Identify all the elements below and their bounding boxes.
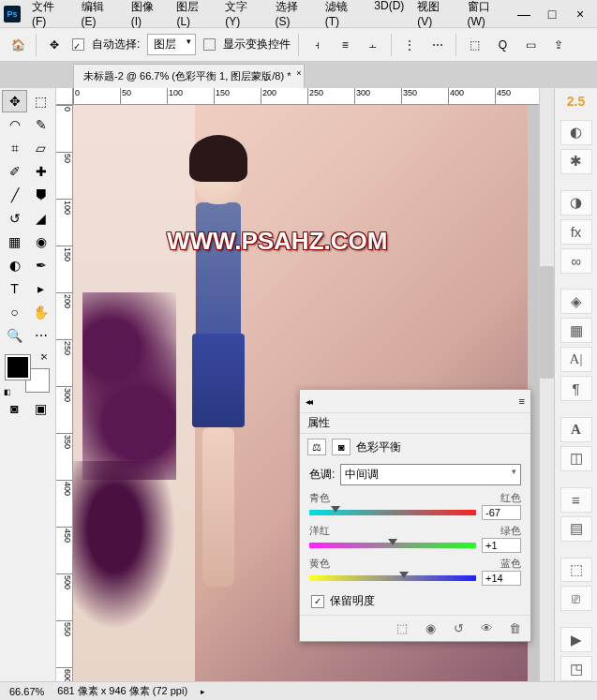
- move-tool-icon[interactable]: ✥: [44, 35, 65, 55]
- eyedropper-tool[interactable]: ✐: [2, 160, 27, 183]
- trash-icon[interactable]: 🗑: [504, 621, 525, 635]
- healing-tool[interactable]: ✚: [28, 160, 53, 183]
- slider-thumb[interactable]: [331, 506, 340, 513]
- slider-value-input[interactable]: +1: [482, 538, 521, 553]
- default-colors-icon[interactable]: ◧: [4, 388, 11, 396]
- slider-value-input[interactable]: -67: [482, 505, 521, 520]
- slider-value-input[interactable]: +14: [482, 571, 521, 586]
- tone-select[interactable]: 中间调 ▾: [340, 464, 521, 485]
- close-button[interactable]: ×: [567, 4, 593, 24]
- share-icon[interactable]: ⇪: [548, 35, 569, 55]
- scrollbar-thumb[interactable]: [540, 266, 554, 379]
- dodge-tool[interactable]: ◐: [2, 254, 27, 276]
- pen-tool[interactable]: ✒: [28, 254, 53, 276]
- balance-icon[interactable]: ⚖: [307, 439, 326, 455]
- align-top-icon[interactable]: ⫞: [306, 35, 327, 55]
- mask-icon[interactable]: ◙: [332, 439, 351, 455]
- ruler-vertical[interactable]: 0 50 100 150 200 250 300 350 400 450 500…: [56, 105, 73, 681]
- character-panel-icon[interactable]: A|: [560, 347, 592, 372]
- ruler-origin[interactable]: [56, 88, 73, 105]
- color-panel-icon[interactable]: ◐: [560, 120, 592, 145]
- zoom-level[interactable]: 66.67%: [9, 686, 44, 697]
- brush-tool[interactable]: ╱: [2, 184, 27, 206]
- screen-mode-tool[interactable]: ▣: [28, 397, 53, 420]
- menu-file[interactable]: 文件(F): [28, 0, 72, 30]
- hand-tool[interactable]: ✋: [28, 301, 53, 323]
- quick-mask-tool[interactable]: ◙: [2, 397, 27, 420]
- panel-menu-icon[interactable]: ≡: [519, 395, 525, 407]
- gradient-tool[interactable]: ▦: [2, 231, 27, 253]
- menu-edit[interactable]: 编辑(E): [78, 0, 122, 30]
- history-brush-tool[interactable]: ↺: [2, 207, 27, 230]
- type-tool[interactable]: T: [2, 277, 27, 300]
- menu-view[interactable]: 视图(V): [413, 0, 457, 30]
- path-select-tool[interactable]: ▸: [28, 277, 53, 300]
- panel-header[interactable]: ◂◂ ≡: [300, 390, 530, 412]
- brushes-panel-icon[interactable]: ⎚: [560, 586, 592, 611]
- eraser-tool[interactable]: ◢: [28, 207, 53, 230]
- menu-image[interactable]: 图像(I): [127, 0, 168, 30]
- menu-window[interactable]: 窗口(W): [464, 0, 511, 30]
- distribute-h-icon[interactable]: ⋮: [399, 35, 420, 55]
- timeline-icon[interactable]: ◳: [560, 656, 592, 681]
- move-tool[interactable]: ✥: [2, 90, 27, 112]
- view-previous-icon[interactable]: ◉: [420, 621, 440, 635]
- paragraph-panel-icon[interactable]: ¶: [560, 376, 592, 401]
- swap-colors-icon[interactable]: ⤪: [40, 351, 48, 362]
- home-icon[interactable]: 🏠: [7, 35, 28, 55]
- styles-panel-icon[interactable]: fx: [560, 219, 592, 245]
- adjustments-panel-icon[interactable]: ◑: [560, 190, 592, 216]
- document-tab[interactable]: 未标题-2 @ 66.7% (色彩平衡 1, 图层蒙版/8) * ×: [73, 64, 305, 88]
- 3d-mode-icon[interactable]: ⬚: [464, 35, 485, 55]
- menu-filter[interactable]: 滤镜(T): [321, 0, 366, 30]
- tool-presets-icon[interactable]: ⬚: [560, 558, 592, 583]
- auto-select-target[interactable]: 图层: [147, 34, 196, 55]
- blur-tool[interactable]: ◉: [28, 231, 53, 253]
- distribute-v-icon[interactable]: ⋯: [427, 35, 448, 55]
- align-bottom-icon[interactable]: ⫠: [363, 35, 383, 55]
- reset-icon[interactable]: ↺: [448, 621, 469, 635]
- workspace-icon[interactable]: ▭: [520, 35, 541, 55]
- swatches-panel-icon[interactable]: ✱: [560, 149, 592, 174]
- links-panel-icon[interactable]: ∞: [560, 248, 592, 274]
- maximize-button[interactable]: □: [539, 4, 565, 24]
- glyphs-panel-icon[interactable]: A: [560, 417, 592, 442]
- actions-panel-icon[interactable]: ≡: [560, 487, 592, 513]
- marquee-tool[interactable]: ⬚: [28, 90, 53, 112]
- document-dimensions[interactable]: 681 像素 x 946 像素 (72 ppi): [57, 684, 187, 698]
- stamp-tool[interactable]: ⛊: [28, 184, 53, 206]
- edit-toolbar[interactable]: ⋯: [28, 324, 53, 347]
- channels-panel-icon[interactable]: ▦: [560, 318, 592, 343]
- align-middle-icon[interactable]: ≡: [335, 35, 355, 55]
- search-icon[interactable]: Q: [492, 35, 513, 55]
- quick-select-tool[interactable]: ✎: [28, 113, 53, 136]
- slider-thumb[interactable]: [399, 572, 409, 578]
- frame-tool[interactable]: ▱: [28, 137, 53, 159]
- history-panel-icon[interactable]: ▤: [560, 516, 592, 542]
- lasso-tool[interactable]: ◠: [2, 113, 27, 136]
- menu-select[interactable]: 选择(S): [272, 0, 316, 30]
- slider-thumb[interactable]: [388, 539, 397, 545]
- slider-track[interactable]: [309, 543, 476, 548]
- menu-3d[interactable]: 3D(D): [370, 0, 408, 30]
- slider-track[interactable]: [309, 575, 476, 581]
- minimize-button[interactable]: —: [511, 4, 537, 24]
- auto-select-checkbox[interactable]: ✓: [72, 38, 84, 51]
- color-swatches[interactable]: ⤪ ◧: [2, 351, 53, 396]
- preserve-checkbox[interactable]: ✓: [311, 595, 324, 608]
- panel-tab[interactable]: 属性: [300, 412, 530, 434]
- properties-panel-icon[interactable]: ◫: [560, 446, 592, 471]
- slider-track[interactable]: [309, 510, 476, 515]
- foreground-color[interactable]: [6, 355, 30, 380]
- status-chevron-icon[interactable]: ▸: [201, 687, 205, 696]
- show-transform-checkbox[interactable]: [203, 38, 216, 51]
- crop-tool[interactable]: ⌗: [2, 137, 27, 159]
- vertical-scrollbar[interactable]: [539, 88, 554, 681]
- ruler-horizontal[interactable]: 0 50 100 150 200 250 300 350 400 450 500…: [73, 88, 554, 105]
- visibility-icon[interactable]: 👁: [476, 621, 497, 635]
- collapse-icon[interactable]: ◂◂: [306, 396, 311, 407]
- clip-to-layer-icon[interactable]: ⬚: [392, 621, 412, 635]
- menu-layer[interactable]: 图层(L): [172, 0, 216, 30]
- shape-tool[interactable]: ○: [2, 301, 27, 323]
- tab-close-icon[interactable]: ×: [296, 68, 301, 78]
